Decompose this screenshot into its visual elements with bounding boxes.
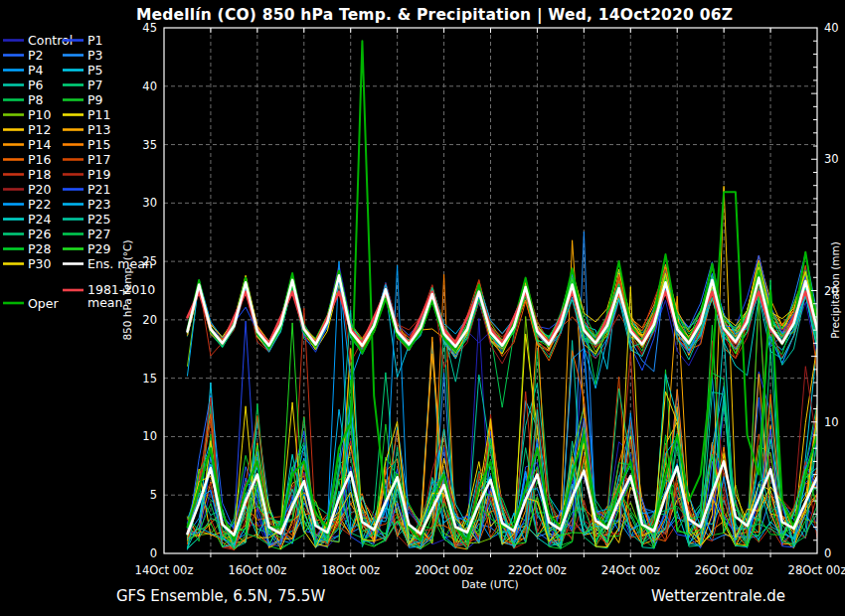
x-tick-label: 24Oct 00z xyxy=(601,563,660,577)
legend-label-P24: P24 xyxy=(28,212,51,227)
x-axis-label: Date (UTC) xyxy=(461,578,518,590)
y-right-tick-label: 0 xyxy=(824,546,831,560)
legend-label-P22: P22 xyxy=(28,197,51,212)
legend-label-P28: P28 xyxy=(28,241,51,256)
x-tick-label: 22Oct 00z xyxy=(508,563,567,577)
y-right-tick-label: 10 xyxy=(824,415,839,429)
y-left-tick-label: 0 xyxy=(150,546,157,560)
legend-label-P7: P7 xyxy=(87,77,103,92)
legend-label-P15: P15 xyxy=(87,137,110,152)
legend-label-P11: P11 xyxy=(87,107,110,122)
x-tick-label: 14Oct 00z xyxy=(135,563,194,577)
legend-label-P16: P16 xyxy=(28,152,51,167)
x-tick-label: 28Oct 00z xyxy=(788,563,845,577)
legend-label-P27: P27 xyxy=(87,227,110,241)
legend-label-Oper: Oper xyxy=(28,296,59,311)
chart-title: Medellín (CO) 850 hPa Temp. & Precipitat… xyxy=(136,6,733,25)
x-tick-label: 20Oct 00z xyxy=(415,563,473,577)
legend-label-P25: P25 xyxy=(87,212,110,227)
legend-label-P26: P26 xyxy=(28,227,51,241)
legend-label-P9: P9 xyxy=(87,92,103,107)
legend-label-P14: P14 xyxy=(28,137,51,152)
legend-label-P3: P3 xyxy=(87,48,103,63)
footer-site-name: Wetterzentrale.de xyxy=(651,587,785,605)
legend-label-P21: P21 xyxy=(87,182,110,197)
y-left-tick-label: 35 xyxy=(142,138,157,152)
legend-label-P4: P4 xyxy=(28,63,44,77)
y-left-tick-label: 10 xyxy=(142,429,157,443)
legend-label-P29: P29 xyxy=(87,241,110,256)
y-left-tick-label: 25 xyxy=(142,254,157,268)
legend-label-P17: P17 xyxy=(87,152,110,167)
legend-label-1981-2010-mean: mean xyxy=(87,295,122,310)
y-left-tick-label: 45 xyxy=(142,21,157,35)
legend-label-P1: P1 xyxy=(87,33,103,48)
y-left-tick-label: 30 xyxy=(142,196,157,210)
y-left-tick-label: 5 xyxy=(150,488,157,502)
y-left-tick-label: 20 xyxy=(142,313,157,327)
x-tick-label: 16Oct 00z xyxy=(228,563,286,577)
legend-label-P23: P23 xyxy=(87,197,110,212)
y-right-tick-label: 40 xyxy=(824,21,839,35)
legend-label-P6: P6 xyxy=(28,77,44,92)
legend-label-P13: P13 xyxy=(87,122,110,137)
y-right-tick-label: 20 xyxy=(824,284,839,298)
legend-label-P2: P2 xyxy=(28,48,44,63)
meteogram-chart: Medellín (CO) 850 hPa Temp. & Precipitat… xyxy=(0,0,845,616)
legend-label-P5: P5 xyxy=(87,63,103,77)
footer-model-info: GFS Ensemble, 6.5N, 75.5W xyxy=(116,587,325,605)
legend-label-P19: P19 xyxy=(87,167,110,182)
legend-label-P18: P18 xyxy=(28,167,51,182)
x-tick-label: 26Oct 00z xyxy=(695,563,754,577)
legend-label-P12: P12 xyxy=(28,122,51,137)
y-left-tick-label: 15 xyxy=(142,372,157,385)
x-tick-label: 18Oct 00z xyxy=(321,563,380,577)
legend-label-P30: P30 xyxy=(28,256,51,271)
legend-label-P10: P10 xyxy=(28,107,51,122)
legend-label-P8: P8 xyxy=(28,92,44,107)
y-left-tick-label: 40 xyxy=(142,79,157,93)
y-right-tick-label: 30 xyxy=(824,152,839,166)
legend-label-P20: P20 xyxy=(28,182,51,197)
